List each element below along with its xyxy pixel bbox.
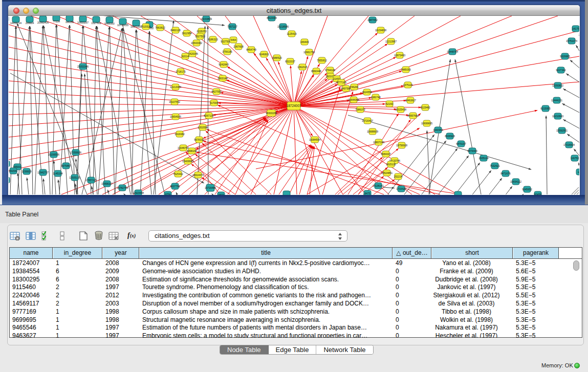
svg-text:8427552: 8427552 (211, 90, 222, 93)
svg-text:18807249: 18807249 (373, 141, 384, 144)
svg-text:15592951: 15592951 (556, 129, 568, 132)
svg-text:5678332: 5678332 (194, 138, 204, 141)
svg-text:92014: 92014 (182, 55, 189, 58)
svg-text:10958107: 10958107 (101, 182, 113, 185)
svg-text:7515526: 7515526 (141, 25, 151, 28)
svg-text:2935114: 2935114 (478, 157, 488, 160)
svg-text:10961758: 10961758 (303, 51, 315, 54)
svg-text:21644366: 21644366 (348, 98, 359, 101)
svg-text:166355: 166355 (66, 20, 74, 24)
svg-text:7663822: 7663822 (155, 26, 165, 29)
svg-text:1615132: 1615132 (386, 163, 396, 166)
svg-text:9115460: 9115460 (420, 106, 430, 109)
svg-text:12213389: 12213389 (170, 85, 181, 89)
svg-text:8454749: 8454749 (246, 48, 256, 51)
svg-text:20991406: 20991406 (37, 21, 49, 24)
svg-text:10688609: 10688609 (367, 130, 378, 133)
svg-text:7357227: 7357227 (227, 25, 237, 28)
svg-text:17359926: 17359926 (70, 151, 81, 154)
svg-text:252214: 252214 (394, 175, 403, 178)
svg-text:16033809: 16033809 (201, 17, 212, 20)
svg-text:3756185: 3756185 (222, 50, 232, 53)
svg-text:7625402: 7625402 (173, 172, 183, 176)
svg-text:9777169: 9777169 (336, 81, 346, 84)
svg-text:166409: 166409 (300, 40, 309, 43)
svg-text:13524851: 13524851 (381, 171, 393, 174)
svg-text:62160: 62160 (386, 102, 393, 105)
svg-text:1588520: 1588520 (272, 56, 282, 59)
svg-text:18724007: 18724007 (287, 104, 301, 107)
svg-text:17957225: 17957225 (85, 179, 97, 182)
svg-text:10653267: 10653267 (77, 21, 89, 24)
svg-text:1375115: 1375115 (403, 83, 412, 86)
svg-text:12942737: 12942737 (37, 171, 49, 174)
svg-text:15751074: 15751074 (566, 39, 577, 42)
svg-text:16543382: 16543382 (191, 41, 202, 45)
svg-text:12923448: 12923448 (133, 191, 144, 194)
svg-text:3912954: 3912954 (182, 32, 192, 35)
svg-text:317006: 317006 (210, 101, 219, 104)
svg-text:5464: 5464 (230, 38, 236, 41)
svg-text:123: 123 (578, 170, 579, 173)
svg-text:1080748: 1080748 (371, 96, 381, 99)
svg-text:9242843: 9242843 (219, 63, 229, 66)
svg-text:19384554: 19384554 (309, 138, 320, 141)
svg-text:15720407: 15720407 (362, 119, 373, 122)
svg-text:10654112: 10654112 (510, 180, 521, 183)
svg-text:18463627: 18463627 (405, 99, 416, 102)
svg-text:10210643: 10210643 (552, 115, 563, 118)
svg-text:8460128: 8460128 (170, 29, 181, 32)
svg-text:19218586: 19218586 (277, 25, 289, 28)
svg-text:20206556: 20206556 (48, 153, 59, 156)
svg-text:9327503: 9327503 (195, 35, 205, 38)
svg-text:12213967: 12213967 (385, 40, 397, 43)
svg-text:1156829: 1156829 (21, 170, 31, 173)
svg-text:15716485: 15716485 (205, 186, 216, 189)
svg-text:8475: 8475 (364, 192, 370, 195)
svg-text:3624554: 3624554 (362, 91, 372, 94)
svg-text:1527602: 1527602 (91, 21, 101, 25)
svg-text:14055724: 14055724 (10, 21, 21, 25)
svg-text:7632621: 7632621 (490, 164, 500, 167)
svg-text:7485093: 7485093 (401, 68, 411, 71)
svg-text:9329965: 9329965 (560, 55, 570, 58)
svg-text:6466160: 6466160 (104, 22, 115, 25)
svg-text:2803144: 2803144 (217, 77, 228, 80)
svg-text:14175: 14175 (572, 27, 579, 30)
svg-text:18300295: 18300295 (266, 112, 277, 115)
svg-text:9327508: 9327508 (221, 40, 231, 43)
svg-text:116753: 116753 (571, 157, 579, 160)
svg-text:9637791: 9637791 (170, 185, 180, 188)
svg-text:7386372: 7386372 (355, 108, 365, 111)
svg-text:1353594: 1353594 (198, 126, 208, 129)
svg-text:5498242: 5498242 (187, 149, 197, 152)
svg-text:77334: 77334 (53, 20, 60, 23)
svg-text:84957684: 84957684 (407, 114, 419, 117)
svg-text:9227342: 9227342 (556, 69, 566, 72)
svg-text:391541: 391541 (9, 169, 18, 172)
svg-text:209914: 209914 (26, 21, 34, 25)
svg-text:1362615: 1362615 (297, 65, 308, 69)
svg-text:10973493: 10973493 (394, 54, 405, 57)
svg-text:8322037: 8322037 (285, 60, 295, 63)
svg-text:1640954: 1640954 (433, 128, 443, 132)
svg-text:7955812: 7955812 (317, 59, 327, 62)
svg-text:9245652: 9245652 (522, 188, 532, 191)
svg-text:9146821: 9146821 (259, 53, 269, 56)
svg-text:14136141: 14136141 (373, 184, 384, 187)
svg-text:16107552: 16107552 (169, 100, 180, 103)
svg-text:12444151: 12444151 (551, 99, 562, 102)
svg-text:2367608: 2367608 (233, 45, 244, 48)
svg-text:16448784: 16448784 (447, 50, 458, 53)
svg-text:2987652: 2987652 (367, 18, 378, 21)
svg-text:16154838: 16154838 (375, 29, 386, 32)
svg-text:8267130: 8267130 (204, 114, 214, 117)
svg-text:9084007: 9084007 (381, 152, 391, 156)
svg-text:17016504: 17016504 (563, 143, 575, 146)
svg-text:12093822: 12093822 (552, 84, 563, 87)
svg-text:10699695: 10699695 (421, 122, 432, 125)
svg-text:15409948: 15409948 (182, 160, 193, 163)
svg-text:16914479: 16914479 (192, 173, 204, 177)
svg-text:746266: 746266 (350, 85, 359, 89)
svg-text:9975867: 9975867 (61, 164, 71, 167)
